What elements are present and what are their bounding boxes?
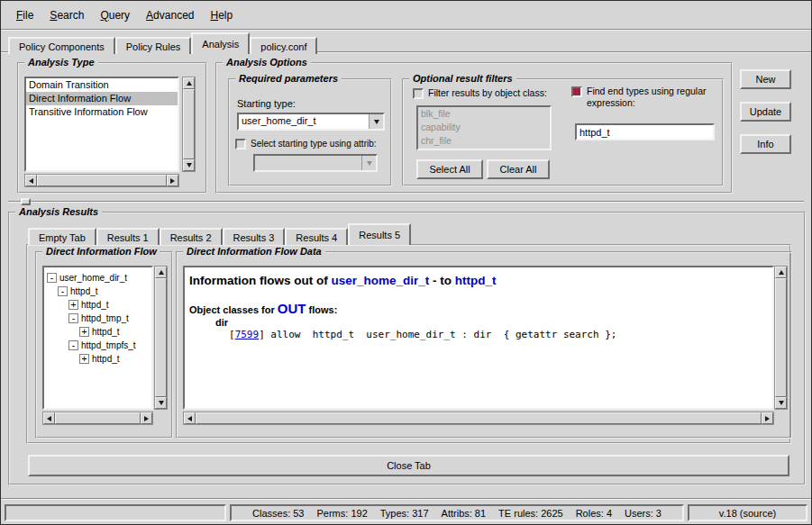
tree-node-label[interactable]: httpd_t (92, 327, 120, 337)
attrib-checkbox-row: Select starting type using attrib: (235, 138, 390, 149)
scrollbar-thumb[interactable] (155, 278, 167, 397)
tree-toggle-icon[interactable]: - (68, 340, 78, 350)
tab-empty-tab[interactable]: Empty Tab (28, 228, 96, 245)
scroll-right-button[interactable] (762, 412, 773, 424)
tab-results-3[interactable]: Results 3 (223, 228, 286, 245)
scrollbar-thumb[interactable] (775, 278, 787, 397)
regex-checkbox[interactable] (571, 86, 582, 97)
scroll-down-button[interactable] (775, 397, 787, 409)
scroll-down-button[interactable] (155, 397, 167, 409)
scroll-right-button[interactable] (141, 412, 152, 424)
tab-policy-components[interactable]: Policy Components (8, 37, 115, 54)
starting-type-value: user_home_dir_t (239, 114, 369, 129)
regex-input[interactable] (575, 123, 715, 140)
statusbar-separator (1, 498, 811, 500)
starting-type-combobox[interactable]: user_home_dir_t (237, 113, 385, 131)
analysis-type-title: Analysis Type (24, 57, 98, 68)
object-class-option[interactable]: capability (418, 121, 550, 134)
tree-horizontal-scrollbar[interactable] (42, 412, 153, 425)
scrollbar-thumb[interactable] (183, 89, 195, 159)
attrib-checkbox[interactable] (235, 139, 246, 149)
menu-advanced[interactable]: Advanced (138, 5, 202, 25)
analysis-type-option[interactable]: Domain Transition (26, 78, 178, 92)
regex-checkbox-label: Find end types using regular expression: (587, 86, 717, 109)
clear-all-button[interactable]: Clear All (487, 159, 550, 179)
tree-toggle-icon[interactable]: - (58, 286, 68, 296)
tree-node: - httpd_tmp_t (44, 312, 151, 325)
menubar-separator (1, 29, 811, 31)
object-class-checkbox-label: Filter results by object class: (428, 87, 547, 99)
scrollbar-thumb[interactable] (196, 412, 762, 424)
stat-classes: Classes: 53 (252, 508, 304, 519)
scroll-up-button[interactable] (155, 267, 167, 278)
attrib-dropdown-button[interactable] (361, 156, 376, 170)
analysis-type-group: Analysis Type Domain Transition Direct I… (17, 62, 207, 194)
scroll-up-button[interactable] (775, 267, 787, 278)
scroll-left-button[interactable] (184, 412, 196, 424)
menu-file[interactable]: File (8, 5, 41, 25)
right-arrow-icon (144, 416, 149, 421)
scrollbar-thumb[interactable] (55, 412, 141, 424)
tab-results-1[interactable]: Results 1 (96, 228, 160, 245)
tab-results-2[interactable]: Results 2 (160, 228, 223, 245)
tab-policy-conf[interactable]: policy.conf (250, 37, 317, 54)
tree-toggle-icon[interactable]: - (47, 273, 57, 283)
pane-sash-handle[interactable] (21, 198, 31, 205)
app-window: { "colors": { "link_blue": "#0000cd", "c… (0, 0, 812, 525)
pane-separator (8, 201, 804, 203)
object-class-filter-checkbox[interactable] (413, 88, 424, 99)
tree-node-label[interactable]: httpd_tmpfs_t (81, 340, 136, 350)
tree-node-label[interactable]: httpd_t (92, 354, 120, 364)
analysis-type-vertical-scrollbar[interactable] (182, 77, 196, 172)
tree-toggle-icon[interactable]: - (68, 313, 78, 323)
scroll-left-button[interactable] (25, 175, 37, 186)
menu-query[interactable]: Query (92, 5, 138, 25)
scrollbar-thumb[interactable] (37, 175, 167, 186)
analysis-type-option-selected[interactable]: Direct Information Flow (26, 92, 178, 105)
select-all-button[interactable]: Select All (416, 159, 483, 179)
rule-number-link[interactable]: 7599 (235, 329, 260, 340)
attrib-checkbox-label: Select starting type using attrib: (251, 138, 377, 149)
tab-results-4[interactable]: Results 4 (285, 228, 348, 245)
object-class-option[interactable]: chr_file (418, 134, 550, 148)
tree-toggle-icon[interactable]: + (79, 327, 89, 337)
tab-policy-rules[interactable]: Policy Rules (115, 37, 192, 54)
tree-toggle-icon[interactable]: + (68, 300, 78, 310)
data-vertical-scrollbar[interactable] (774, 266, 788, 410)
tree-node-label[interactable]: httpd_t (70, 286, 98, 296)
menu-help[interactable]: Help (202, 5, 241, 25)
attrib-combobox[interactable] (253, 154, 378, 172)
scroll-left-button[interactable] (43, 412, 55, 424)
statusbar-version-panel: v.18 (source) (688, 504, 807, 521)
rule-line: [7599] allow httpd_t user_home_dir_t : d… (229, 329, 768, 340)
analysis-type-option[interactable]: Transitive Information Flow (26, 105, 178, 119)
analysis-results-title: Analysis Results (15, 206, 102, 217)
tree-node-label[interactable]: httpd_t (81, 300, 109, 310)
scroll-down-button[interactable] (183, 159, 195, 171)
stat-roles: Roles: 4 (576, 508, 612, 519)
object-class-name: dir (215, 317, 768, 328)
analysis-type-horizontal-scrollbar[interactable] (24, 174, 179, 187)
tree-toggle-icon[interactable]: + (79, 354, 89, 364)
scroll-right-button[interactable] (167, 175, 178, 186)
stat-te-rules: TE rules: 2625 (498, 508, 563, 519)
info-button[interactable]: Info (740, 134, 791, 154)
tab-analysis[interactable]: Analysis (191, 32, 250, 54)
tree-node-label[interactable]: httpd_tmp_t (81, 313, 129, 323)
main-tabbar: Policy Components Policy Rules Analysis … (8, 32, 317, 54)
scroll-up-button[interactable] (183, 77, 195, 89)
data-horizontal-scrollbar[interactable] (183, 412, 774, 425)
tree-vertical-scrollbar[interactable] (154, 266, 168, 410)
regex-checkbox-row: Find end types using regular expression: (571, 86, 717, 109)
object-class-option[interactable]: blk_file (418, 107, 550, 121)
stat-perms: Perms: 192 (317, 508, 368, 519)
object-class-listbox: blk_file capability chr_file (416, 105, 552, 150)
tree-node-label[interactable]: user_home_dir_t (59, 273, 127, 283)
update-button[interactable]: Update (740, 102, 791, 122)
starting-type-dropdown-button[interactable] (369, 114, 383, 129)
new-button[interactable]: New (740, 69, 791, 89)
flow-data-textarea[interactable]: Information flows out of user_home_dir_t… (183, 266, 774, 410)
menu-search[interactable]: Search (41, 5, 92, 25)
close-tab-button[interactable]: Close Tab (28, 455, 789, 476)
tab-results-5[interactable]: Results 5 (348, 223, 411, 245)
